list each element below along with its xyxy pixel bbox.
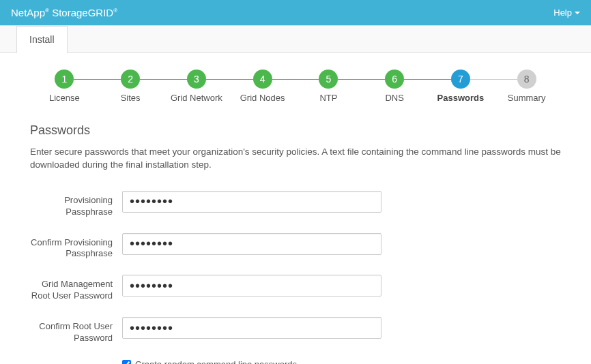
step-dns[interactable]: 6 DNS	[362, 70, 428, 103]
step-summary[interactable]: 8 Summary	[493, 70, 560, 103]
step-circle: 1	[55, 70, 74, 89]
main-content: 1 License 2 Sites 3 Grid Network 4 Grid …	[0, 53, 591, 364]
row-provisioning-passphrase: Provisioning Passphrase	[30, 191, 561, 218]
step-label: NTP	[319, 93, 337, 103]
step-grid-network[interactable]: 3 Grid Network	[164, 70, 230, 103]
row-confirm-provisioning: Confirm Provisioning Passphrase	[30, 233, 561, 260]
page-description: Enter secure passwords that meet your or…	[30, 146, 561, 172]
step-circle: 3	[187, 70, 206, 89]
step-label: Passwords	[437, 93, 485, 103]
chevron-down-icon	[575, 12, 580, 14]
step-label: License	[49, 93, 80, 103]
brand-title: NetApp® StorageGRID®	[11, 7, 117, 18]
page-title: Passwords	[30, 123, 561, 138]
step-circle: 7	[451, 70, 470, 89]
row-confirm-root: Confirm Root User Password	[30, 317, 561, 344]
tab-install[interactable]: Install	[16, 26, 68, 53]
step-label: Grid Network	[171, 93, 222, 103]
input-confirm-provisioning[interactable]	[122, 233, 381, 255]
step-circle: 2	[121, 70, 140, 89]
app-header: NetApp® StorageGRID® Help	[0, 0, 591, 26]
help-menu[interactable]: Help	[553, 7, 580, 18]
step-passwords[interactable]: 7 Passwords	[428, 70, 494, 103]
wizard-stepper: 1 License 2 Sites 3 Grid Network 4 Grid …	[31, 70, 560, 103]
input-confirm-root[interactable]	[122, 317, 381, 339]
label-confirm-root: Confirm Root User Password	[30, 317, 122, 344]
step-label: Summary	[508, 93, 546, 103]
step-circle: 4	[253, 70, 272, 89]
step-ntp[interactable]: 5 NTP	[296, 70, 362, 103]
step-circle: 6	[385, 70, 404, 89]
step-label: DNS	[385, 93, 403, 103]
input-root-password[interactable]	[122, 275, 381, 297]
step-grid-nodes[interactable]: 4 Grid Nodes	[229, 70, 296, 103]
step-circle: 5	[319, 70, 338, 89]
label-random-passwords: Create random command line passwords.	[135, 359, 300, 364]
checkbox-random-passwords[interactable]	[122, 360, 131, 364]
label-root-password: Grid Management Root User Password	[30, 275, 122, 302]
step-sites[interactable]: 2 Sites	[98, 70, 164, 103]
step-label: Grid Nodes	[240, 93, 285, 103]
step-label: Sites	[121, 93, 141, 103]
label-confirm-provisioning: Confirm Provisioning Passphrase	[30, 233, 122, 260]
label-provisioning-passphrase: Provisioning Passphrase	[30, 191, 122, 218]
input-provisioning-passphrase[interactable]	[122, 191, 381, 213]
row-root-password: Grid Management Root User Password	[30, 275, 561, 302]
tab-bar: Install	[0, 26, 591, 53]
step-circle: 8	[517, 70, 536, 89]
step-license[interactable]: 1 License	[31, 70, 98, 103]
row-random-passwords: Create random command line passwords.	[122, 359, 561, 364]
